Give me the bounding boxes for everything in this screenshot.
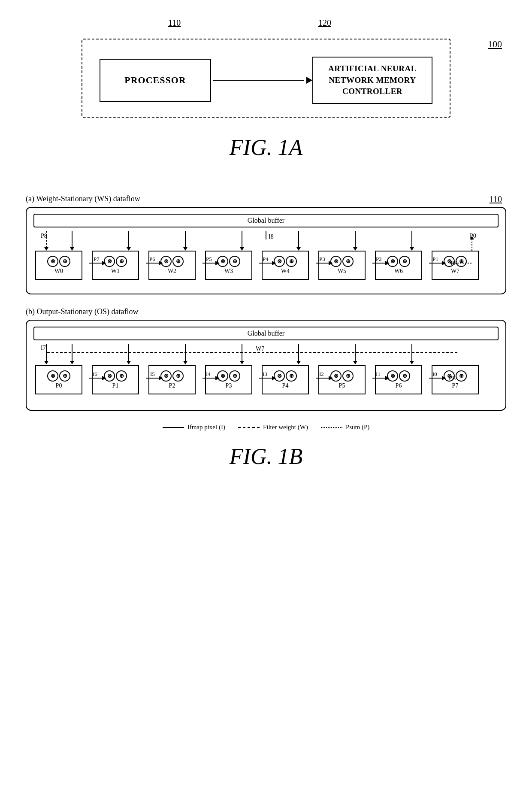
os-pe-p0: ⊗ ⊕ P0 (35, 365, 82, 394)
ws-pe-label-w0: W0 (54, 268, 63, 275)
svg-marker-51 (127, 361, 131, 364)
ws-pe-w7: ⊗ ⊕ W7 (432, 251, 479, 280)
svg-text:W7: W7 (256, 345, 264, 352)
ws-pe-label-w7: W7 (451, 268, 459, 275)
ws-pe-row: ⊗ ⊕ W0 ⊗ ⊕ W1 ⊗ (35, 251, 499, 280)
os-pe-label-p1: P1 (112, 382, 119, 389)
ws-pe-w0: ⊗ ⊕ W0 (35, 251, 82, 280)
svg-marker-49 (70, 361, 74, 364)
ws-pe-w2: ⊗ ⊕ W2 (148, 251, 196, 280)
legend-dashed-line (238, 427, 260, 428)
subfig-a-label: (a) Weight-Stationary (WS) dataflow (26, 194, 506, 203)
fig1b-caption: FIG. 1B (26, 444, 506, 469)
os-pe-label-p3: P3 (226, 382, 232, 389)
ann-box: ARTIFICIAL NEURALNETWORK MEMORYCONTROLLE… (312, 57, 432, 104)
arrow-head (306, 77, 312, 84)
fig1a-diagram: 110 120 PROCESSOR ARTIFICIAL NEURALNETWO… (26, 39, 506, 118)
ws-global-buffer: Global buffer (33, 214, 499, 227)
os-pe-row: ⊗ ⊕ P0 ⊗ ⊕ P1 ⊗ ⊕ (35, 365, 499, 394)
os-pe-p2: ⊗ ⊕ P2 (148, 365, 196, 394)
svg-text:I8: I8 (269, 233, 274, 240)
os-pe-label-p5: P5 (339, 382, 345, 389)
svg-marker-9 (240, 247, 244, 251)
processor-to-ann-arrow (211, 77, 312, 84)
ws-pe-label-w1: W1 (111, 268, 120, 275)
fig1b-section: 110 (a) Weight-Stationary (WS) dataflow … (26, 194, 506, 469)
ws-pe-w3: ⊗ ⊕ W3 (205, 251, 252, 280)
ws-dataflow-container: Global buffer (26, 207, 506, 294)
legend-dotted-line (321, 427, 342, 428)
ws-pe-w6: ⊗ ⊕ W6 (375, 251, 422, 280)
ws-pe-w4: ⊗ ⊕ W4 (262, 251, 309, 280)
svg-marker-5 (127, 247, 131, 251)
os-global-buffer: Global buffer (33, 327, 499, 340)
os-pe-label-p6: P6 (396, 382, 402, 389)
os-pe-label-p7: P7 (452, 382, 459, 389)
legend: Ifmap pixel (I) Filter weight (W) Psum (… (26, 424, 506, 431)
svg-marker-3 (70, 247, 74, 251)
ws-pe-label-w5: W5 (338, 268, 346, 275)
svg-marker-11 (296, 247, 301, 251)
svg-marker-61 (410, 361, 414, 364)
label-120: 120 (318, 18, 331, 28)
legend-solid-line (163, 427, 184, 428)
os-pe-p1: ⊗ ⊕ P1 (92, 365, 139, 394)
os-pe-p6: ⊗ ⊕ P6 (375, 365, 422, 394)
svg-marker-57 (296, 361, 301, 364)
ann-text: ARTIFICIAL NEURALNETWORK MEMORYCONTROLLE… (328, 63, 417, 97)
processor-box: PROCESSOR (100, 59, 211, 102)
os-dataflow-container: Global buffer I7 (26, 320, 506, 411)
svg-marker-1 (44, 247, 48, 251)
ws-pe-w1: ⊗ ⊕ W1 (92, 251, 139, 280)
ws-pe-label-w3: W3 (224, 268, 233, 275)
ws-pe-label-w2: W2 (168, 268, 176, 275)
legend-dashed: Filter weight (W) (238, 424, 308, 431)
os-pe-label-p4: P4 (282, 382, 289, 389)
os-pe-label-p2: P2 (169, 382, 175, 389)
os-pe-p4: ⊗ ⊕ P4 (262, 365, 309, 394)
os-pe-p3: ⊗ ⊕ P3 (205, 365, 252, 394)
arrow-line (213, 80, 304, 81)
ws-pe-label-w4: W4 (281, 268, 290, 275)
ws-pe-label-w6: W6 (394, 268, 403, 275)
legend-solid-label: Ifmap pixel (I) (187, 424, 225, 431)
svg-marker-46 (44, 361, 48, 364)
fig1b-ref-110: 110 (490, 194, 502, 204)
svg-marker-7 (183, 247, 187, 251)
label-110: 110 (168, 18, 181, 28)
legend-dashed-label: Filter weight (W) (263, 424, 308, 431)
legend-dotted: Psum (P) (321, 424, 369, 431)
outer-dashed-box: 110 120 PROCESSOR ARTIFICIAL NEURALNETWO… (82, 39, 450, 118)
svg-marker-59 (353, 361, 357, 364)
os-pe-p5: ⊗ ⊕ P5 (318, 365, 366, 394)
svg-marker-53 (183, 361, 187, 364)
svg-marker-15 (410, 247, 414, 251)
os-pe-label-p0: P0 (56, 382, 62, 389)
os-pe-p7: ⊗ ⊕ P7 (432, 365, 479, 394)
ws-pe-w5: ⊗ ⊕ W5 (318, 251, 366, 280)
svg-marker-55 (240, 361, 244, 364)
fig1a-section: 100 110 120 PROCESSOR ARTIFICIAL NEURALN… (26, 39, 506, 160)
legend-solid: Ifmap pixel (I) (163, 424, 225, 431)
svg-text:I7: I7 (41, 345, 46, 351)
subfig-b-label: (b) Output-Stationary (OS) dataflow (26, 307, 506, 316)
fig1a-caption: FIG. 1A (26, 135, 506, 160)
legend-dotted-label: Psum (P) (346, 424, 369, 431)
svg-marker-13 (353, 247, 357, 251)
svg-text:P8: P8 (41, 233, 47, 239)
processor-text: PROCESSOR (124, 75, 186, 86)
